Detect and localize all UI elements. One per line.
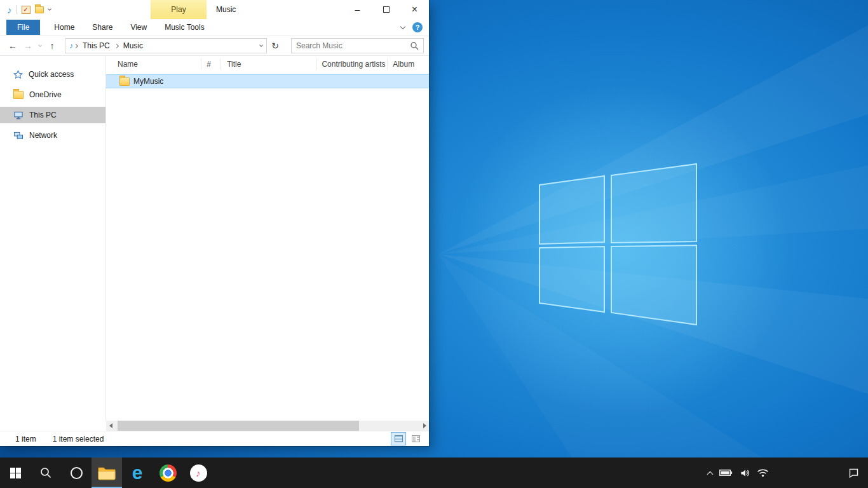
column-label: Title — [227, 60, 241, 69]
column-header-name[interactable]: Name — [106, 58, 201, 70]
new-folder-icon[interactable] — [35, 6, 44, 13]
item-count: 1 item — [15, 435, 36, 444]
details-view-icon — [395, 435, 403, 442]
column-label: Album — [393, 60, 414, 69]
scrollbar-thumb[interactable] — [118, 421, 359, 431]
taskbar-chrome-button[interactable] — [153, 458, 183, 488]
tab-music-tools[interactable]: Music Tools — [156, 20, 213, 35]
battery-icon[interactable] — [719, 469, 733, 477]
properties-icon[interactable]: ✓ — [22, 6, 31, 14]
breadcrumb-this-pc[interactable]: This PC — [79, 41, 114, 50]
folder-icon — [119, 78, 130, 86]
file-list-pane: Name # Title Contributing artists Album … — [106, 56, 429, 421]
help-icon[interactable]: ? — [412, 22, 423, 32]
network-icon — [13, 131, 24, 140]
window-title: Music — [216, 0, 236, 19]
title-bar: ♪ ✓ Play Music – × — [0, 0, 429, 19]
action-center-icon — [848, 468, 859, 478]
large-icons-view-button[interactable] — [409, 433, 423, 445]
details-view-button[interactable] — [391, 433, 405, 445]
location-music-icon: ♪ — [69, 42, 73, 50]
itunes-icon: ♪ — [190, 464, 207, 482]
quick-access-toolbar: ♪ ✓ — [0, 5, 51, 15]
tab-share[interactable]: Share — [83, 20, 121, 35]
cortana-button[interactable] — [61, 458, 92, 488]
column-label: Contributing artists — [322, 60, 385, 69]
maximize-button[interactable] — [372, 0, 400, 19]
column-header-album[interactable]: Album — [388, 58, 429, 70]
cortana-icon — [71, 467, 83, 479]
tab-file[interactable]: File — [6, 20, 40, 35]
forward-button[interactable]: → — [20, 38, 36, 53]
quick-access-star-icon — [13, 70, 23, 79]
file-explorer-window: ♪ ✓ Play Music – × File Home Share View … — [0, 0, 429, 446]
file-row-mymusic[interactable]: MyMusic — [106, 74, 429, 88]
search-input[interactable] — [296, 41, 410, 50]
recent-locations-chevron-icon[interactable] — [36, 38, 44, 53]
expand-ribbon-chevron-icon[interactable] — [400, 24, 405, 29]
sidebar-item-label: Quick access — [29, 70, 74, 79]
column-header-title[interactable]: Title — [220, 58, 317, 70]
contextual-tab-badge[interactable]: Play — [151, 0, 207, 19]
refresh-button[interactable]: ↻ — [267, 38, 283, 53]
show-hidden-icons-chevron-icon[interactable] — [707, 471, 714, 477]
tab-home[interactable]: Home — [45, 20, 83, 35]
address-dropdown-chevron-icon[interactable] — [259, 43, 263, 47]
column-header-contributing-artists[interactable]: Contributing artists — [317, 58, 388, 70]
file-name: MyMusic — [133, 77, 163, 86]
file-explorer-icon — [98, 466, 116, 480]
system-tray — [708, 458, 769, 488]
start-button[interactable] — [0, 458, 31, 488]
up-button[interactable]: ↑ — [44, 38, 60, 53]
taskbar-itunes-button[interactable]: ♪ — [183, 458, 214, 488]
ribbon-right-controls: ? — [401, 22, 429, 32]
taskbar-search-button[interactable] — [31, 458, 61, 488]
action-center-button[interactable] — [848, 458, 859, 488]
close-button[interactable]: × — [400, 0, 429, 19]
windows-start-icon — [10, 468, 21, 478]
column-label: Name — [118, 60, 138, 69]
column-label: # — [207, 60, 211, 69]
music-library-icon: ♪ — [7, 5, 12, 15]
search-box[interactable] — [291, 38, 424, 53]
navigation-pane: Quick access OneDrive This PC Netw — [0, 56, 106, 421]
sidebar-item-quick-access[interactable]: Quick access — [0, 66, 105, 83]
volume-icon[interactable] — [740, 468, 750, 478]
sidebar-item-label: Network — [29, 131, 57, 140]
sidebar-item-this-pc[interactable]: This PC — [0, 107, 105, 123]
selected-count: 1 item selected — [53, 435, 104, 444]
column-header-number[interactable]: # — [201, 58, 220, 70]
back-button[interactable]: ← — [5, 38, 20, 53]
horizontal-scrollbar[interactable] — [106, 421, 429, 431]
edge-icon: e — [132, 463, 143, 482]
taskbar-edge-button[interactable]: e — [122, 458, 153, 488]
address-bar[interactable]: ♪ This PC Music — [65, 38, 267, 53]
sidebar-item-network[interactable]: Network — [0, 127, 105, 144]
breadcrumb-music[interactable]: Music — [119, 41, 147, 50]
status-bar: 1 item 1 item selected — [0, 431, 429, 446]
scroll-left-arrow-icon[interactable] — [106, 421, 115, 431]
this-pc-monitor-icon — [13, 111, 24, 120]
maximize-icon — [383, 6, 390, 13]
tab-view[interactable]: View — [121, 20, 156, 35]
network-wifi-icon[interactable] — [757, 468, 769, 477]
toolbar-separator — [17, 5, 17, 14]
main-area: Quick access OneDrive This PC Netw — [0, 56, 429, 421]
sidebar-item-label: This PC — [29, 111, 57, 119]
scroll-right-arrow-icon[interactable] — [420, 421, 429, 431]
search-icon — [39, 466, 52, 479]
sidebar-item-label: OneDrive — [29, 90, 62, 99]
view-toggles — [391, 433, 423, 445]
taskbar-file-explorer-button[interactable] — [92, 458, 122, 488]
ribbon-tab-strip: File Home Share View Music Tools ? — [0, 19, 429, 36]
search-icon[interactable] — [410, 41, 419, 50]
sidebar-item-onedrive[interactable]: OneDrive — [0, 86, 105, 103]
chrome-icon — [159, 464, 177, 482]
breadcrumb-chevron-icon — [114, 43, 119, 48]
minimize-button[interactable]: – — [343, 0, 372, 19]
taskbar: e ♪ — [0, 458, 868, 488]
customize-toolbar-chevron-icon[interactable] — [48, 7, 51, 11]
window-controls: – × — [343, 0, 429, 19]
breadcrumb-chevron-icon — [74, 43, 78, 48]
large-icons-view-icon — [412, 435, 420, 442]
